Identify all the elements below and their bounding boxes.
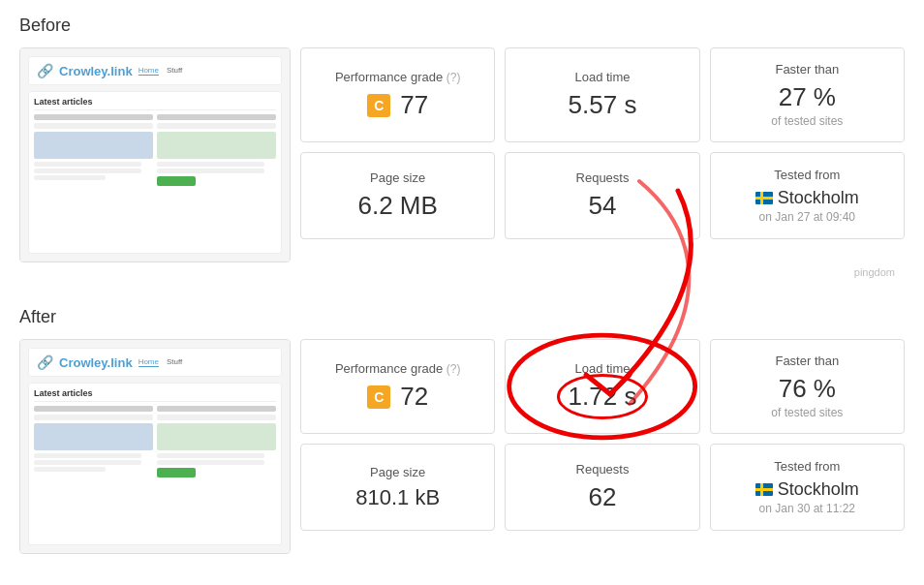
before-grade: C 77 — [367, 90, 428, 120]
before-faster-value: 27 % — [779, 82, 836, 112]
after-pagesize-label: Page size — [370, 465, 425, 479]
pingdom-credit: pingdom — [19, 266, 905, 278]
after-metrics-row-1: Performance grade (?) C 72 Load time 1.7… — [300, 339, 905, 434]
before-performance-grade-card: Performance grade (?) C 77 — [300, 47, 495, 142]
after-tested-label: Tested from — [774, 459, 840, 474]
after-requests-value: 62 — [589, 482, 617, 512]
after-grade: C 72 — [367, 382, 428, 412]
after-faster-value: 76 % — [779, 374, 836, 404]
after-tested-city: Stockholm — [778, 479, 859, 500]
after-perf-label: Performance grade (?) — [335, 361, 461, 376]
sweden-flag-icon-before — [755, 192, 773, 204]
before-faster-sub: of tested sites — [771, 114, 843, 128]
after-grade-badge: C — [367, 385, 390, 409]
after-site-nav: HomeStuff — [139, 357, 183, 367]
before-site-nav: HomeStuff — [139, 66, 183, 76]
after-performance-grade-card: Performance grade (?) C 72 — [300, 339, 495, 434]
after-logo-text: Crowley.link — [59, 355, 133, 370]
before-section: Before 🔗 Crowley.link HomeStuff Latest a… — [19, 15, 905, 278]
after-screenshot-card: 🔗 Crowley.link HomeStuff Latest articles — [19, 339, 291, 554]
sweden-flag-icon-after — [755, 483, 773, 496]
before-tested-date: on Jan 27 at 09:40 — [759, 210, 855, 224]
before-label: Before — [19, 15, 905, 36]
after-pagesize-value: 810.1 kB — [355, 485, 440, 510]
before-perf-label: Performance grade (?) — [335, 70, 461, 84]
after-faster-card: Faster than 76 % of tested sites — [710, 339, 905, 434]
before-pagesize-label: Page size — [370, 170, 425, 185]
before-tested-value: Stockholm — [755, 188, 859, 208]
after-tested-value: Stockholm — [755, 479, 859, 500]
before-logo-icon: 🔗 — [37, 63, 53, 78]
after-grade-number: 72 — [400, 382, 428, 412]
before-requests-value: 54 — [589, 191, 617, 221]
before-requests-card: Requests 54 — [505, 152, 699, 239]
before-metrics-row-1: Performance grade (?) C 77 Load time 5.5… — [300, 47, 905, 142]
before-load-label: Load time — [574, 70, 630, 84]
before-metrics-row-2: Page size 6.2 MB Requests 54 Tested from… — [300, 152, 905, 239]
before-metrics-grid: Performance grade (?) C 77 Load time 5.5… — [300, 47, 905, 239]
after-metrics-grid: Performance grade (?) C 72 Load time 1.7… — [300, 339, 905, 531]
before-grade-number: 77 — [400, 90, 428, 120]
after-faster-label: Faster than — [775, 354, 839, 368]
before-faster-card: Faster than 27 % of tested sites — [710, 47, 905, 142]
after-requests-label: Requests — [576, 462, 630, 477]
before-screenshot-card: 🔗 Crowley.link HomeStuff Latest articles — [19, 47, 291, 262]
after-metrics-row-2: Page size 810.1 kB Requests 62 Tested fr… — [300, 444, 905, 531]
after-faster-sub: of tested sites — [771, 406, 843, 419]
before-load-time-card: Load time 5.57 s — [505, 47, 699, 142]
before-load-value: 5.57 s — [569, 90, 637, 120]
before-tested-label: Tested from — [774, 168, 840, 182]
after-perf-help-icon[interactable]: (?) — [447, 362, 461, 376]
after-row: 🔗 Crowley.link HomeStuff Latest articles — [19, 339, 905, 554]
after-page-size-card: Page size 810.1 kB — [300, 444, 495, 531]
before-pagesize-value: 6.2 MB — [357, 191, 437, 221]
after-logo-icon: 🔗 — [37, 354, 53, 370]
before-tested-card: Tested from Stockholm on Jan 27 at 09:40 — [710, 152, 905, 239]
before-page-size-card: Page size 6.2 MB — [300, 152, 495, 239]
after-label: After — [19, 307, 905, 327]
before-content-title: Latest articles — [34, 97, 276, 110]
before-perf-help-icon[interactable]: (?) — [447, 71, 461, 84]
after-tested-card: Tested from Stockholm on Jan 30 at 11:22 — [710, 444, 905, 531]
before-faster-label: Faster than — [775, 62, 839, 77]
before-row: 🔗 Crowley.link HomeStuff Latest articles — [19, 47, 905, 262]
after-requests-card: Requests 62 — [505, 444, 699, 531]
after-load-value: 1.72 s — [569, 382, 637, 412]
after-section: After 🔗 Crowley.link HomeStuff Latest ar… — [19, 307, 905, 554]
after-tested-date: on Jan 30 at 11:22 — [759, 502, 855, 515]
before-logo-text: Crowley.link — [59, 64, 133, 78]
before-requests-label: Requests — [576, 170, 630, 185]
before-grade-badge: C — [367, 94, 390, 117]
before-tested-city: Stockholm — [778, 188, 859, 208]
after-content-title: Latest articles — [34, 388, 276, 402]
after-load-time-card: Load time 1.72 s — [505, 339, 699, 434]
